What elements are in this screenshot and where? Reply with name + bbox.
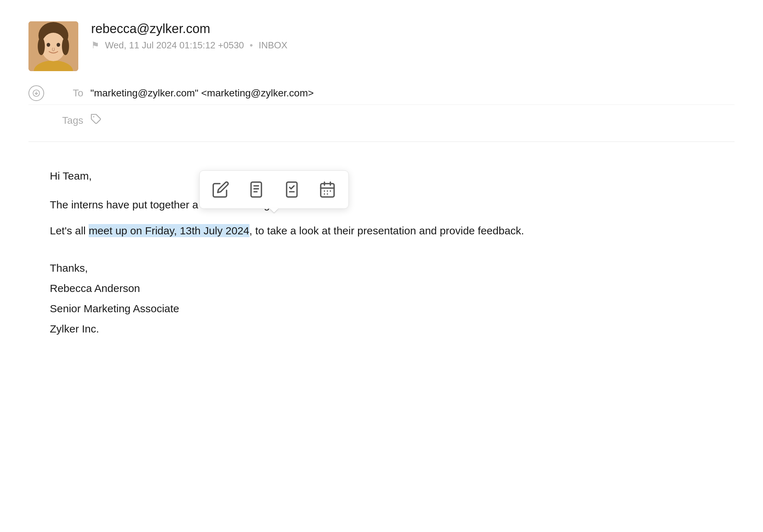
paragraph2-after: , to take a look at their presentation a…	[249, 225, 524, 236]
floating-toolbar	[199, 170, 349, 209]
svg-rect-15	[286, 182, 297, 197]
to-row: To "marketing@zylker.com" <marketing@zyl…	[28, 82, 735, 105]
email-header: rebecca@zylker.com ⚑ Wed, 11 Jul 2024 01…	[28, 21, 735, 71]
notes-button[interactable]	[244, 177, 269, 202]
signature-line-3: Senior Marketing Associate	[50, 298, 713, 319]
sender-email: rebecca@zylker.com	[91, 21, 735, 36]
compose-button[interactable]	[208, 177, 233, 202]
email-meta-rows: To "marketing@zylker.com" <marketing@zyl…	[28, 82, 735, 131]
calendar-button[interactable]	[315, 177, 340, 202]
svg-rect-11	[251, 182, 261, 197]
email-container: rebecca@zylker.com ⚑ Wed, 11 Jul 2024 01…	[28, 21, 735, 353]
body-paragraph-2: Let's all meet up on Friday, 13th July 2…	[50, 222, 713, 240]
inbox-badge: INBOX	[259, 40, 288, 51]
highlighted-date: meet up on Friday, 13th July 2024	[89, 224, 249, 237]
flag-icon: ⚑	[91, 40, 99, 51]
tag-icon[interactable]	[90, 113, 102, 127]
greeting: Hi Team,	[50, 167, 713, 185]
avatar	[28, 21, 78, 71]
email-body: Hi Team, The interns have put together a…	[28, 153, 735, 353]
to-label: To	[51, 87, 83, 99]
divider	[28, 142, 735, 142]
svg-point-6	[62, 37, 69, 55]
svg-rect-17	[321, 183, 334, 197]
sender-meta: ⚑ Wed, 11 Jul 2024 01:15:12 +0530 • INBO…	[91, 40, 735, 51]
svg-point-4	[41, 33, 65, 61]
tags-row: Tags	[28, 110, 735, 131]
expand-icon[interactable]	[28, 85, 44, 101]
signature: Thanks, Rebecca Anderson Senior Marketin…	[50, 258, 713, 339]
svg-point-5	[38, 37, 45, 55]
signature-line-1: Thanks,	[50, 258, 713, 278]
sender-date: Wed, 11 Jul 2024 01:15:12 +0530	[105, 40, 244, 51]
svg-point-7	[47, 43, 50, 47]
paragraph2-before: Let's all	[50, 225, 89, 236]
signature-line-4: Zylker Inc.	[50, 319, 713, 339]
body-paragraph-1: The interns have put together a PPT on t…	[50, 196, 713, 214]
tags-label: Tags	[51, 115, 83, 126]
signature-line-2: Rebecca Anderson	[50, 278, 713, 298]
task-button[interactable]	[279, 177, 304, 202]
sender-info: rebecca@zylker.com ⚑ Wed, 11 Jul 2024 01…	[91, 21, 735, 51]
to-address: "marketing@zylker.com" <marketing@zylker…	[90, 87, 314, 99]
dot-separator: •	[250, 40, 253, 51]
svg-point-8	[57, 43, 60, 47]
email-body-text: Hi Team, The interns have put together a…	[50, 167, 713, 339]
